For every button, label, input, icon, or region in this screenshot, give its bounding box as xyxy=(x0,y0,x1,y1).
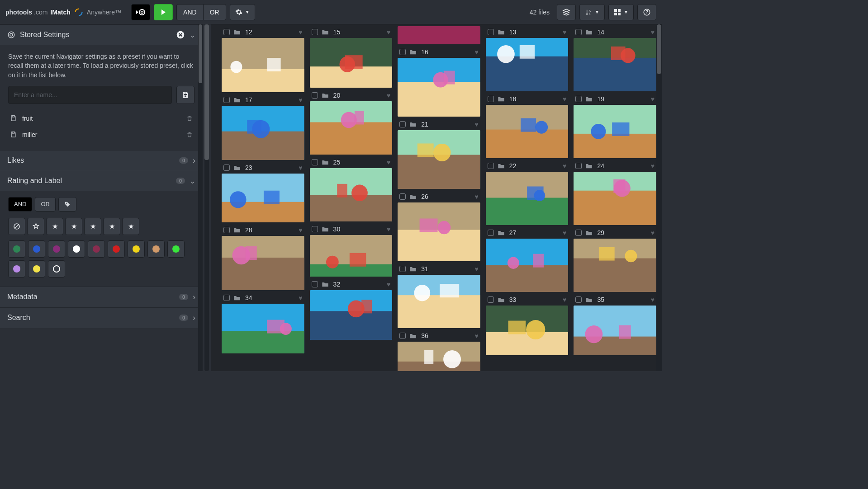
thumbnail[interactable] xyxy=(486,306,569,355)
folder-icon[interactable] xyxy=(498,230,505,236)
folder-icon[interactable] xyxy=(409,333,417,339)
rating-1-button[interactable]: ★ xyxy=(46,218,63,235)
favorite-button[interactable]: ♥ xyxy=(474,48,478,56)
thumbnail[interactable] xyxy=(310,235,393,277)
thumbnail[interactable] xyxy=(222,236,304,290)
select-checkbox[interactable] xyxy=(399,266,406,272)
rating-header[interactable]: Rating and Label 0 ⌄ xyxy=(0,171,203,191)
favorite-button[interactable]: ♥ xyxy=(651,296,655,303)
folder-icon[interactable] xyxy=(322,92,329,99)
preset-name-input[interactable] xyxy=(8,86,172,104)
thumbnail-partial[interactable] xyxy=(398,26,480,44)
rating-star-outline-button[interactable] xyxy=(27,218,44,235)
folder-icon[interactable] xyxy=(322,226,329,232)
color-swatch[interactable] xyxy=(48,240,65,258)
select-checkbox[interactable] xyxy=(223,227,230,233)
folder-icon[interactable] xyxy=(409,121,417,127)
thumbnail[interactable] xyxy=(222,304,304,353)
folder-icon[interactable] xyxy=(498,163,505,169)
expand-metadata-button[interactable]: › xyxy=(193,292,195,302)
folder-icon[interactable] xyxy=(409,193,417,200)
folder-icon[interactable] xyxy=(585,163,593,169)
rating-2-button[interactable]: ★ xyxy=(65,218,82,235)
thumbnail[interactable] xyxy=(486,105,569,158)
favorite-button[interactable]: ♥ xyxy=(563,229,566,236)
favorite-button[interactable]: ♥ xyxy=(474,121,478,128)
favorite-button[interactable]: ♥ xyxy=(387,281,390,288)
select-checkbox[interactable] xyxy=(399,193,406,200)
thumbnail[interactable] xyxy=(486,172,569,225)
select-checkbox[interactable] xyxy=(575,163,582,169)
color-swatch[interactable] xyxy=(28,260,45,277)
favorite-button[interactable]: ♥ xyxy=(474,332,478,339)
rating-3-button[interactable]: ★ xyxy=(84,218,101,235)
clear-preset-button[interactable] xyxy=(176,30,185,39)
preset-item[interactable]: fruit xyxy=(8,110,194,127)
select-checkbox[interactable] xyxy=(575,96,582,102)
thumbnail[interactable] xyxy=(222,106,304,160)
color-swatch[interactable] xyxy=(8,240,25,258)
favorite-button[interactable]: ♥ xyxy=(474,265,478,273)
color-swatch[interactable] xyxy=(8,260,25,277)
thumbnail[interactable] xyxy=(310,38,393,88)
rating-none-button[interactable] xyxy=(8,218,25,235)
grid-scrollbar[interactable] xyxy=(656,24,662,371)
select-checkbox[interactable] xyxy=(312,226,318,232)
play-button[interactable] xyxy=(154,4,173,20)
thumbnail[interactable] xyxy=(398,202,480,261)
view-dropdown-button[interactable]: ▼ xyxy=(608,4,634,20)
rating-5-button[interactable]: ★ xyxy=(122,218,139,235)
folder-icon[interactable] xyxy=(585,296,593,303)
thumbnail[interactable] xyxy=(398,130,480,189)
and-button[interactable]: AND xyxy=(176,4,203,20)
favorite-button[interactable]: ♥ xyxy=(299,164,302,171)
rating-and-button[interactable]: AND xyxy=(8,197,32,212)
search-header[interactable]: Search 0 › xyxy=(0,307,203,328)
thumbnail[interactable] xyxy=(574,239,656,292)
folder-icon[interactable] xyxy=(233,295,241,301)
favorite-button[interactable]: ♥ xyxy=(387,92,390,99)
color-swatch[interactable] xyxy=(147,240,165,258)
sort-dropdown-button[interactable]: AZ ▼ xyxy=(579,4,605,20)
folder-icon[interactable] xyxy=(498,96,505,102)
folder-icon[interactable] xyxy=(233,165,241,171)
select-checkbox[interactable] xyxy=(488,296,494,303)
folder-icon[interactable] xyxy=(233,29,241,35)
thumbnail[interactable] xyxy=(310,290,393,340)
select-checkbox[interactable] xyxy=(223,97,230,103)
select-checkbox[interactable] xyxy=(488,163,494,169)
collapse-stored-button[interactable]: ⌄ xyxy=(190,31,195,39)
color-swatch[interactable] xyxy=(108,240,125,258)
thumbnail[interactable] xyxy=(222,38,304,92)
delete-preset-button[interactable] xyxy=(186,115,193,122)
folder-icon[interactable] xyxy=(322,159,329,165)
folder-icon[interactable] xyxy=(322,29,329,35)
color-swatch[interactable] xyxy=(167,240,185,258)
favorite-button[interactable]: ♥ xyxy=(299,226,302,234)
thumbnail[interactable] xyxy=(574,306,656,355)
folder-icon[interactable] xyxy=(585,96,593,102)
folder-icon[interactable] xyxy=(409,266,417,272)
favorite-button[interactable]: ♥ xyxy=(651,229,655,236)
folder-icon[interactable] xyxy=(233,97,241,103)
color-swatch[interactable] xyxy=(128,240,145,258)
favorite-button[interactable]: ♥ xyxy=(651,95,655,103)
favorite-button[interactable]: ♥ xyxy=(299,28,302,36)
save-preset-button[interactable] xyxy=(176,86,194,104)
thumbnail[interactable] xyxy=(574,38,656,91)
color-none-swatch[interactable] xyxy=(48,260,65,277)
favorite-button[interactable]: ♥ xyxy=(651,162,655,169)
thumbnail[interactable] xyxy=(574,172,656,225)
favorite-button[interactable]: ♥ xyxy=(387,226,390,233)
favorite-button[interactable]: ♥ xyxy=(387,159,390,166)
settings-dropdown-button[interactable]: ▼ xyxy=(230,4,255,20)
thumbnail[interactable] xyxy=(486,239,569,292)
color-swatch[interactable] xyxy=(28,240,45,258)
thumbnail[interactable] xyxy=(398,58,480,117)
expand-likes-button[interactable]: › xyxy=(193,156,195,165)
or-button[interactable]: OR xyxy=(203,4,226,20)
folder-icon[interactable] xyxy=(585,29,593,35)
color-swatch[interactable] xyxy=(68,240,85,258)
thumbnail[interactable] xyxy=(398,275,480,328)
select-checkbox[interactable] xyxy=(488,29,494,35)
